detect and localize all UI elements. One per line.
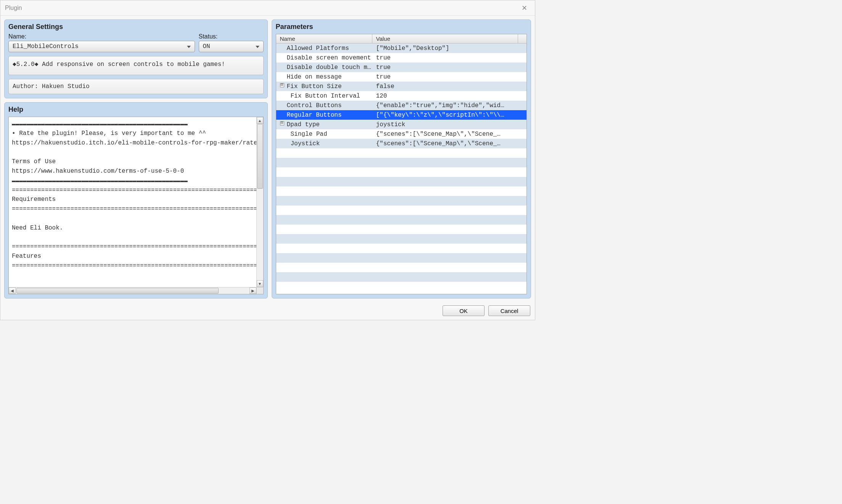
parameter-name: Hide on message xyxy=(276,74,372,80)
collapse-icon[interactable]: ⊟ xyxy=(280,121,284,125)
name-label: Name: xyxy=(8,33,195,40)
parameter-name: Disable double touch menu xyxy=(276,64,372,71)
parameters-table[interactable]: Name Value Allowed Platforms["Mobile","D… xyxy=(276,34,527,294)
parameter-row-empty xyxy=(276,272,527,282)
parameter-row[interactable]: Regular Buttons["{\"key\":\"z\",\"script… xyxy=(276,110,527,120)
dialog-buttons: OK Cancel xyxy=(0,302,535,320)
scroll-right-icon[interactable]: ▶ xyxy=(250,287,256,294)
parameter-row-empty xyxy=(276,253,527,263)
parameter-row[interactable]: Allowed Platforms["Mobile","Desktop"] xyxy=(276,43,527,53)
parameter-row[interactable]: Hide on messagetrue xyxy=(276,72,527,82)
parameter-value: ["{\"key\":\"z\",\"scriptIn\":\"\\… xyxy=(372,112,527,119)
parameter-name: Single Pad xyxy=(276,131,372,138)
parameter-row-empty xyxy=(276,148,527,158)
status-label: Status: xyxy=(199,33,264,40)
column-header-value[interactable]: Value xyxy=(372,34,518,43)
parameter-row-empty xyxy=(276,225,527,234)
help-title: Help xyxy=(8,106,264,114)
parameter-name: Joystick xyxy=(276,140,372,147)
scroll-down-icon[interactable]: ▼ xyxy=(257,280,263,287)
plugin-status-value: ON xyxy=(203,43,210,50)
scroll-left-icon[interactable]: ◀ xyxy=(9,287,16,294)
parameter-value: true xyxy=(372,64,527,71)
parameter-value: ["Mobile","Desktop"] xyxy=(372,45,527,52)
close-icon[interactable]: ✕ xyxy=(518,2,530,14)
help-vertical-scrollbar[interactable]: ▲ ▼ xyxy=(256,117,263,287)
parameter-row[interactable]: Single Pad{"scenes":[\"Scene_Map\",\"Sce… xyxy=(276,129,527,139)
parameter-row-empty xyxy=(276,205,527,215)
parameter-row-empty xyxy=(276,215,527,225)
column-header-tail xyxy=(518,34,526,43)
general-settings-group: General Settings Name: Eli_MobileControl… xyxy=(4,19,268,98)
parameter-value: joystick xyxy=(372,121,527,128)
help-textarea[interactable]: ▬▬▬▬▬▬▬▬▬▬▬▬▬▬▬▬▬▬▬▬▬▬▬▬▬▬▬▬▬▬▬▬▬▬▬▬▬▬▬▬… xyxy=(8,117,264,294)
parameter-row-empty xyxy=(276,167,527,177)
parameter-name: ⊟Dpad type xyxy=(276,121,372,128)
plugin-name-select[interactable]: Eli_MobileControls xyxy=(8,41,195,52)
parameter-name: Fix Button Interval xyxy=(276,93,372,100)
parameter-row[interactable]: Disable screen movementtrue xyxy=(276,53,527,63)
parameter-name: Regular Buttons xyxy=(276,112,372,119)
parameter-row-empty xyxy=(276,234,527,244)
ok-button[interactable]: OK xyxy=(443,305,485,316)
parameter-row[interactable]: ⊟Dpad typejoystick xyxy=(276,120,527,129)
plugin-name-value: Eli_MobileControls xyxy=(13,43,79,50)
cancel-button[interactable]: Cancel xyxy=(488,305,530,316)
help-text: ▬▬▬▬▬▬▬▬▬▬▬▬▬▬▬▬▬▬▬▬▬▬▬▬▬▬▬▬▬▬▬▬▬▬▬▬▬▬▬▬… xyxy=(9,117,263,294)
parameter-row[interactable]: ⊟Fix Button Sizefalse xyxy=(276,82,527,91)
parameter-value: false xyxy=(372,83,527,90)
parameter-value: {"scenes":[\"Scene_Map\",\"Scene_… xyxy=(372,140,527,147)
parameter-name: Disable screen movement xyxy=(276,55,372,61)
parameters-title: Parameters xyxy=(276,23,527,31)
parameter-row-empty xyxy=(276,158,527,167)
parameter-name: Control Buttons xyxy=(276,102,372,109)
left-column: General Settings Name: Eli_MobileControl… xyxy=(4,19,268,299)
parameter-row-empty xyxy=(276,244,527,253)
parameter-row-empty xyxy=(276,263,527,272)
parameters-rows: Allowed Platforms["Mobile","Desktop"]Dis… xyxy=(276,43,527,294)
scroll-up-icon[interactable]: ▲ xyxy=(257,117,263,124)
parameter-row-empty xyxy=(276,177,527,186)
parameter-value: 120 xyxy=(372,93,527,100)
collapse-icon[interactable]: ⊟ xyxy=(280,83,284,87)
parameters-header: Name Value xyxy=(276,34,527,43)
right-column: Parameters Name Value Allowed Platforms[… xyxy=(272,19,531,299)
help-horizontal-scrollbar[interactable]: ◀ ▶ xyxy=(9,287,256,294)
parameters-group: Parameters Name Value Allowed Platforms[… xyxy=(272,19,531,299)
parameter-row-empty xyxy=(276,186,527,196)
parameter-value: true xyxy=(372,74,527,80)
scroll-thumb[interactable] xyxy=(257,124,263,189)
hscroll-thumb[interactable] xyxy=(16,288,219,294)
plugin-description: ◆5.2.0◆ Add responsive on screen control… xyxy=(8,56,264,75)
scroll-corner xyxy=(256,287,263,294)
help-group: Help ▬▬▬▬▬▬▬▬▬▬▬▬▬▬▬▬▬▬▬▬▬▬▬▬▬▬▬▬▬▬▬▬▬▬▬… xyxy=(4,102,268,299)
parameter-value: true xyxy=(372,55,527,61)
parameter-row[interactable]: Fix Button Interval120 xyxy=(276,91,527,101)
parameter-row[interactable]: Control Buttons{"enable":"true","img":"h… xyxy=(276,101,527,110)
parameter-row[interactable]: Disable double touch menutrue xyxy=(276,63,527,72)
general-settings-title: General Settings xyxy=(8,23,264,31)
titlebar: Plugin ✕ xyxy=(0,0,535,16)
parameter-name: ⊟Fix Button Size xyxy=(276,83,372,90)
plugin-dialog: Plugin ✕ General Settings Name: Eli_Mobi… xyxy=(0,0,535,320)
column-header-name[interactable]: Name xyxy=(276,34,372,43)
parameter-value: {"enable":"true","img":"hide","wid… xyxy=(372,102,527,109)
parameter-value: {"scenes":[\"Scene_Map\",\"Scene_… xyxy=(372,131,527,138)
parameter-row-empty xyxy=(276,196,527,205)
parameter-row[interactable]: Joystick{"scenes":[\"Scene_Map\",\"Scene… xyxy=(276,139,527,148)
parameter-name: Allowed Platforms xyxy=(276,45,372,52)
plugin-author: Author: Hakuen Studio xyxy=(8,79,264,94)
plugin-status-select[interactable]: ON xyxy=(199,41,264,52)
content-area: General Settings Name: Eli_MobileControl… xyxy=(0,16,535,302)
window-title: Plugin xyxy=(5,5,22,11)
